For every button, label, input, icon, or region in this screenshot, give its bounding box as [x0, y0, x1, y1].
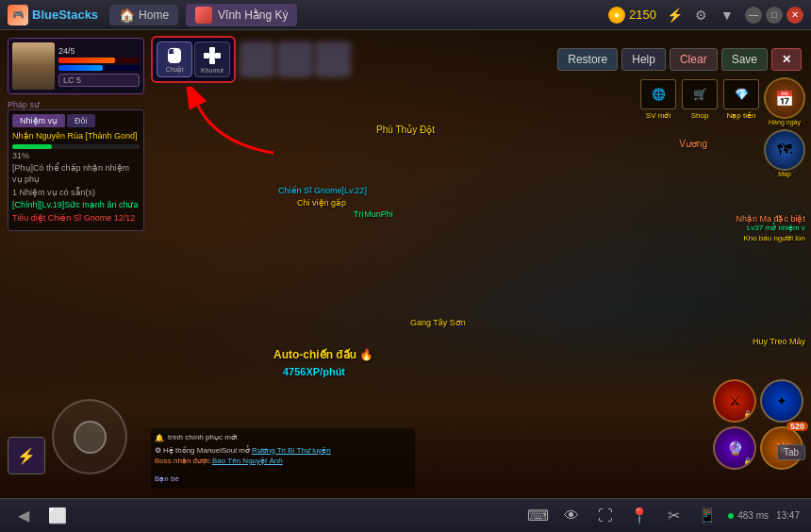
- field-label: Phù Thủy Đột: [376, 125, 435, 135]
- close-window-button[interactable]: ✕: [786, 7, 803, 24]
- nap-tien-icon: 💎: [723, 79, 759, 109]
- joystick-inner: [74, 421, 107, 454]
- coin-display: ● 2150: [608, 7, 656, 24]
- save-button[interactable]: Save: [721, 48, 768, 71]
- ping-label: 483 ms: [737, 510, 769, 521]
- map-icon: 🗺: [764, 129, 805, 171]
- hack-label[interactable]: Huy Treo Máy: [753, 337, 805, 346]
- shop-icon: 🛒: [682, 79, 718, 109]
- tab-button[interactable]: Tab: [777, 444, 805, 460]
- svg-rect-3: [204, 53, 209, 58]
- back-button[interactable]: ◀: [11, 504, 36, 528]
- toolbar-buttons: Restore Help Clear Save ✕: [557, 48, 802, 71]
- game-tab-label: Vĩnh Hằng Ký: [218, 8, 288, 22]
- maximize-button[interactable]: □: [766, 7, 783, 24]
- tab-home[interactable]: 🏠 Home: [109, 5, 178, 25]
- right-icon-map[interactable]: 🗺 Map: [764, 129, 805, 177]
- action-btn-skill3[interactable]: 🔮: [713, 426, 756, 470]
- quest-line-1: Nhận Nguyên Rùa [Thành Gond]: [12, 131, 140, 142]
- gang-label: Gang Tây Sơn: [410, 318, 466, 327]
- settings-icon[interactable]: ⚙: [690, 5, 711, 25]
- tab-game[interactable]: Vĩnh Hằng Ký: [186, 4, 297, 26]
- quest-line-6: Tiêu diệt Chiến Sĩ Gnome 12/12: [12, 213, 140, 224]
- quest-panel: Nhiệm vụ Đôi Nhận Nguyên Rùa [Thành Gond…: [8, 109, 144, 231]
- titlebar-icons: ⚡ ⚙ ▼: [664, 5, 737, 25]
- char-level: LC 5: [58, 74, 140, 87]
- special-text[interactable]: Nhận Ma đặc biệt: [736, 214, 805, 224]
- keyboard-icon[interactable]: ⌨: [524, 503, 551, 529]
- daily-label: Hàng ngày: [769, 119, 801, 125]
- scissors-icon[interactable]: ✂: [660, 503, 687, 529]
- chat-icon-2: ⚙: [155, 446, 161, 455]
- top-toolbar: Chuột Khumut Restore Help Clear: [151, 36, 802, 83]
- eye-icon[interactable]: 👁: [558, 503, 585, 529]
- restore-button[interactable]: Restore: [557, 48, 618, 71]
- chat-line-1: 🔔 trình chính phục mới: [155, 432, 411, 442]
- phone-icon[interactable]: 📱: [694, 503, 720, 529]
- chat-link-1[interactable]: Rương Tri Bí Thư luyện: [252, 445, 331, 456]
- help-button[interactable]: Help: [621, 48, 666, 71]
- mp-fill: [58, 65, 103, 71]
- left-panel: 24/5 LC 5 Pháp sư Nhiệm vụ Đôi Nhận Nguy…: [8, 38, 144, 235]
- mouse-keymapping-icon[interactable]: Chuột: [157, 42, 192, 77]
- quest-line-3: [Phụ]Có thể chấp nhận nhiệm vụ phụ: [12, 163, 140, 185]
- shop-button[interactable]: 🛒 Shop: [682, 79, 718, 120]
- coin-icon: ●: [608, 7, 625, 24]
- chat-icon-1: 🔔: [155, 434, 164, 442]
- right-icon-daily[interactable]: 📅 Hàng ngày: [764, 77, 805, 125]
- game-tab-icon: [195, 7, 212, 24]
- svg-point-0: [174, 49, 176, 53]
- mp-bar: [58, 65, 140, 71]
- lightning-icon[interactable]: ⚡: [664, 5, 685, 25]
- home-taskbar-button[interactable]: ⬜: [45, 504, 70, 528]
- bottom-left-action[interactable]: ⚡: [8, 437, 45, 474]
- fullscreen-icon[interactable]: ⛶: [592, 503, 619, 529]
- right-top-menu: 🌐 SV mới 🛒 Shop 💎 Nạp tiền: [640, 79, 759, 120]
- auto-battle-label: Auto-chiến đấu 🔥: [273, 348, 373, 361]
- chat-link-2[interactable]: Bao Tên Nguyệt Ánh: [212, 456, 283, 466]
- mouse-label: Chuột: [166, 66, 184, 74]
- quest-percent: 31%: [12, 151, 140, 162]
- action-btn-skill1[interactable]: ⚔: [713, 379, 756, 423]
- clear-button[interactable]: Clear: [670, 48, 718, 71]
- shop-label: Shop: [691, 111, 709, 120]
- home-icon: 🏠: [119, 8, 135, 23]
- nap-tien-button[interactable]: 💎 Nạp tiền: [723, 79, 759, 120]
- skill4-badge: 520: [786, 422, 808, 431]
- svg-rect-5: [209, 58, 215, 64]
- blurred-icon-3: [315, 42, 351, 77]
- action-btn-skill2[interactable]: ✦: [760, 379, 803, 423]
- map-label: Map: [778, 171, 791, 177]
- tab-pair[interactable]: Đôi: [67, 114, 95, 127]
- joystick[interactable]: [52, 399, 127, 474]
- chat-msg-1: trình chính phục mới: [168, 432, 238, 442]
- right-special-area: Nhận Ma đặc biệt Lv37 mở nhiệm v Kho báu…: [736, 214, 805, 242]
- right-icons-column: 📅 Hàng ngày 🗺 Map: [764, 77, 805, 181]
- time-label: 13:47: [776, 510, 800, 521]
- char-hp-label: 24/5: [58, 46, 140, 56]
- menu-down-icon[interactable]: ▼: [717, 5, 737, 25]
- hp-fill: [58, 58, 115, 63]
- tab-quest[interactable]: Nhiệm vụ: [12, 114, 65, 127]
- dpad-keymapping-icon[interactable]: Khumut: [194, 42, 230, 77]
- sv-moi-button[interactable]: 🌐 SV mới: [640, 79, 676, 120]
- sv-moi-label: SV mới: [646, 111, 670, 120]
- daily-icon: 📅: [764, 77, 805, 119]
- ping-indicator: [728, 513, 734, 519]
- titlebar-right: ● 2150 ⚡ ⚙ ▼ — □ ✕: [608, 5, 803, 25]
- treasure-text[interactable]: Kho báu người lùn: [736, 234, 805, 242]
- minimize-button[interactable]: —: [745, 7, 762, 24]
- location-icon[interactable]: 📍: [626, 503, 653, 529]
- chat-msg-3: Boss nhận được: [155, 456, 210, 466]
- chat-msg-2: Hệ thống ManuelSoul mở: [163, 445, 250, 456]
- window-controls: — □ ✕: [745, 7, 803, 24]
- ping-display: 483 ms: [728, 510, 769, 521]
- titlebar: 🎮 BlueStacks 🏠 Home Vĩnh Hằng Ký ● 2150 …: [0, 0, 811, 30]
- chat-panel: 🔔 trình chính phục mới ⚙ Hệ thống Manuel…: [151, 428, 415, 489]
- close-button[interactable]: ✕: [771, 48, 802, 71]
- taskbar-left: ◀ ⬜: [11, 504, 70, 528]
- quest-progress-fill: [12, 144, 52, 149]
- svg-rect-4: [215, 53, 221, 58]
- taskbar: ◀ ⬜ ⌨ 👁 ⛶ 📍 ✂ 📱 483 ms 13:47: [0, 498, 811, 532]
- character-portrait: 24/5 LC 5: [8, 38, 144, 94]
